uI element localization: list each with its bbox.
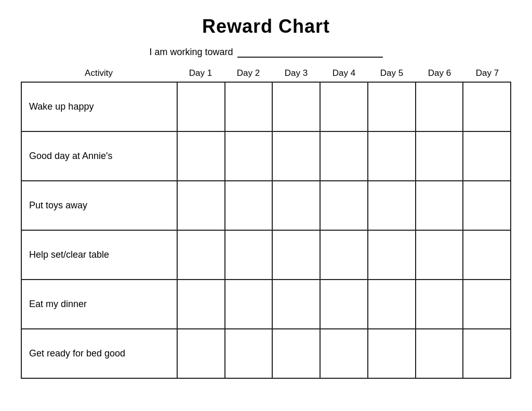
day3-header: Day 3 xyxy=(272,66,320,81)
day-cell-row3-col4[interactable] xyxy=(368,230,416,280)
day-cell-row1-col2[interactable] xyxy=(272,131,320,181)
day6-header: Day 6 xyxy=(416,66,463,81)
day-cell-row5-col2[interactable] xyxy=(272,329,320,378)
table-row: Wake up happy xyxy=(21,82,511,131)
activity-header: Activity xyxy=(21,66,177,81)
day4-header: Day 4 xyxy=(320,66,368,81)
table-row: Good day at Annie's xyxy=(21,131,511,181)
activity-cell-2: Put toys away xyxy=(21,181,177,230)
day-cell-row1-col6[interactable] xyxy=(463,131,511,181)
activity-cell-4: Eat my dinner xyxy=(21,280,177,329)
day-cell-row3-col3[interactable] xyxy=(320,230,368,280)
day-cell-row3-col1[interactable] xyxy=(225,230,273,280)
day-cell-row3-col0[interactable] xyxy=(177,230,225,280)
day-cell-row1-col3[interactable] xyxy=(320,131,368,181)
day-cell-row1-col5[interactable] xyxy=(416,131,463,181)
day-cell-row0-col0[interactable] xyxy=(177,82,225,131)
day-cell-row4-col2[interactable] xyxy=(272,280,320,329)
day-cell-row2-col6[interactable] xyxy=(463,181,511,230)
goal-line: I am working toward xyxy=(149,47,382,58)
day-cell-row2-col3[interactable] xyxy=(320,181,368,230)
day-cell-row5-col6[interactable] xyxy=(463,329,511,378)
day-cell-row1-col1[interactable] xyxy=(225,131,273,181)
reward-chart-table: Wake up happyGood day at Annie'sPut toys… xyxy=(21,82,511,379)
day-cell-row4-col1[interactable] xyxy=(225,280,273,329)
activity-cell-5: Get ready for bed good xyxy=(21,329,177,378)
day-cell-row5-col5[interactable] xyxy=(416,329,463,378)
day1-header: Day 1 xyxy=(177,66,224,81)
day-cell-row3-col5[interactable] xyxy=(416,230,463,280)
day-cell-row4-col6[interactable] xyxy=(463,280,511,329)
goal-underline xyxy=(237,47,383,58)
day2-header: Day 2 xyxy=(224,66,272,81)
day-cell-row0-col2[interactable] xyxy=(272,82,320,131)
day-cell-row0-col5[interactable] xyxy=(416,82,463,131)
day-cell-row4-col0[interactable] xyxy=(177,280,225,329)
table-row: Eat my dinner xyxy=(21,280,511,329)
day-cell-row5-col0[interactable] xyxy=(177,329,225,378)
day5-header: Day 5 xyxy=(368,66,416,81)
activity-cell-1: Good day at Annie's xyxy=(21,131,177,181)
activity-cell-3: Help set/clear table xyxy=(21,230,177,280)
day-cell-row5-col3[interactable] xyxy=(320,329,368,378)
day-cell-row0-col3[interactable] xyxy=(320,82,368,131)
day-cell-row1-col4[interactable] xyxy=(368,131,416,181)
day-cell-row0-col4[interactable] xyxy=(368,82,416,131)
day-cell-row2-col1[interactable] xyxy=(225,181,273,230)
day7-header: Day 7 xyxy=(463,66,511,81)
table-row: Put toys away xyxy=(21,181,511,230)
day-cell-row2-col5[interactable] xyxy=(416,181,463,230)
day-cell-row1-col0[interactable] xyxy=(177,131,225,181)
day-cell-row2-col0[interactable] xyxy=(177,181,225,230)
chart-container: Activity Day 1 Day 2 Day 3 Day 4 Day 5 D… xyxy=(21,66,511,379)
table-row: Help set/clear table xyxy=(21,230,511,280)
day-cell-row5-col4[interactable] xyxy=(368,329,416,378)
day-cell-row3-col2[interactable] xyxy=(272,230,320,280)
activity-cell-0: Wake up happy xyxy=(21,82,177,131)
day-cell-row2-col2[interactable] xyxy=(272,181,320,230)
day-cell-row3-col6[interactable] xyxy=(463,230,511,280)
table-row: Get ready for bed good xyxy=(21,329,511,378)
header-row: Activity Day 1 Day 2 Day 3 Day 4 Day 5 D… xyxy=(21,66,511,81)
day-cell-row0-col1[interactable] xyxy=(225,82,273,131)
day-cell-row2-col4[interactable] xyxy=(368,181,416,230)
page-title: Reward Chart xyxy=(202,16,330,37)
day-cell-row4-col5[interactable] xyxy=(416,280,463,329)
day-cell-row4-col4[interactable] xyxy=(368,280,416,329)
goal-label: I am working toward xyxy=(149,47,233,58)
day-cell-row4-col3[interactable] xyxy=(320,280,368,329)
day-cell-row5-col1[interactable] xyxy=(225,329,273,378)
day-cell-row0-col6[interactable] xyxy=(463,82,511,131)
